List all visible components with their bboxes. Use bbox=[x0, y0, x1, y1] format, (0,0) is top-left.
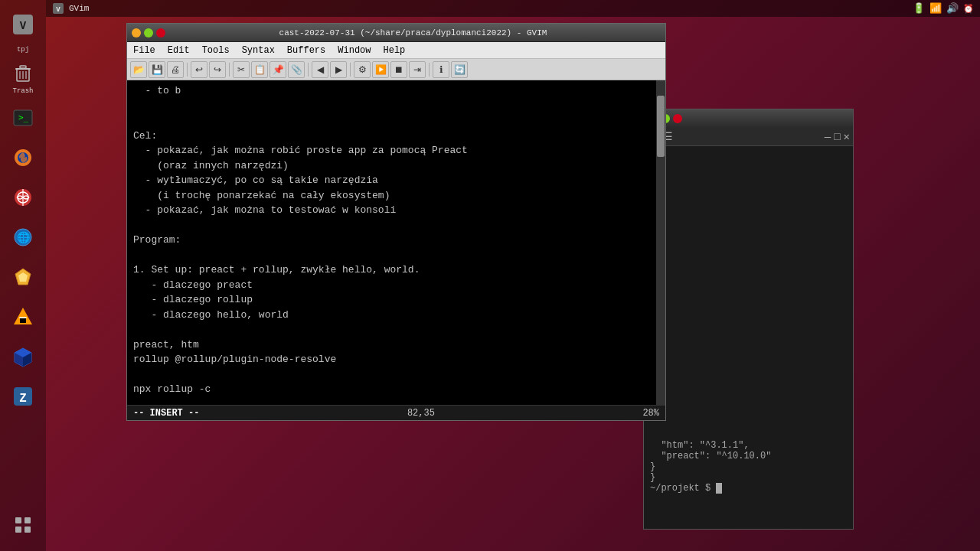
gvim-titlebar: cast-2022-07-31 (~/share/praca/dyplomanc… bbox=[127, 24, 665, 42]
terminal-resize-icon[interactable]: □ bbox=[834, 131, 840, 143]
toolbar-paste2[interactable]: 📎 bbox=[288, 61, 305, 78]
terminal-window: 🔍 ☰ — □ ✕ "htm": "^3.1.1", "preact": "^1… bbox=[643, 109, 854, 530]
close-button[interactable] bbox=[156, 28, 165, 37]
toolbar-stop[interactable]: ⏹ bbox=[390, 61, 407, 78]
terminal-content[interactable]: "htm": "^3.1.1", "preact": "^10.10.0" } … bbox=[644, 146, 853, 529]
gvim-small-icon: V bbox=[52, 2, 64, 15]
menu-buffers[interactable]: Buffers bbox=[284, 44, 328, 57]
gvim-window: cast-2022-07-31 (~/share/praca/dyplomanc… bbox=[126, 23, 666, 421]
gvim-content[interactable]: - to b Cel: - pokazać, jak można robić p… bbox=[127, 80, 665, 405]
taskbar-firefox[interactable] bbox=[5, 139, 41, 176]
minimize-button[interactable] bbox=[132, 28, 141, 37]
network-icon: 📶 bbox=[929, 2, 942, 15]
svg-text:>_: >_ bbox=[18, 112, 29, 122]
gvim-scrollbar[interactable] bbox=[656, 80, 665, 405]
toolbar-sep5 bbox=[429, 63, 430, 77]
terminal-minimize-icon[interactable]: — bbox=[825, 131, 831, 143]
toolbar-print[interactable]: 🖨 bbox=[167, 61, 184, 78]
top-bar-left: V GVim bbox=[52, 2, 89, 15]
taskbar-label-tpj: tpj bbox=[17, 46, 29, 54]
gvim-statusbar: -- INSERT -- 82,35 28% bbox=[127, 405, 665, 420]
toolbar-cut[interactable]: ✂ bbox=[233, 61, 250, 78]
svg-text:V: V bbox=[56, 6, 60, 14]
menu-window[interactable]: Window bbox=[335, 44, 374, 57]
terminal-titlebar bbox=[644, 109, 853, 128]
top-bar-right: 🔋 📶 🔊 ⏰ bbox=[913, 2, 974, 15]
trash-label: Trash bbox=[12, 87, 33, 95]
toolbar-redo[interactable]: ↪ bbox=[209, 61, 226, 78]
toolbar-sep4 bbox=[350, 63, 351, 77]
toolbar-copy[interactable]: 📋 bbox=[251, 61, 268, 78]
toolbar-undo[interactable]: ↩ bbox=[191, 61, 207, 78]
svg-text:Z: Z bbox=[19, 392, 27, 406]
gvim-menubar: File Edit Tools Syntax Buffers Window He… bbox=[127, 42, 665, 59]
menu-file[interactable]: File bbox=[130, 44, 158, 57]
toolbar-sep2 bbox=[229, 63, 230, 77]
toolbar-next[interactable]: ▶ bbox=[330, 61, 347, 78]
toolbar-info[interactable]: ℹ bbox=[433, 61, 449, 78]
taskbar-vlc[interactable] bbox=[5, 298, 41, 335]
gem-icon bbox=[11, 265, 35, 289]
svg-rect-32 bbox=[24, 527, 31, 533]
toolbar-sep1 bbox=[187, 63, 188, 77]
toolbar-gear[interactable]: ⚙ bbox=[354, 61, 371, 78]
taskbar-apps[interactable] bbox=[5, 507, 41, 543]
taskbar-trash[interactable]: Trash bbox=[5, 60, 41, 96]
gvim-text: - to b Cel: - pokazać, jak można robić p… bbox=[133, 83, 659, 405]
svg-text:V: V bbox=[20, 20, 27, 32]
taskbar: V tpj Trash >_ bbox=[0, 0, 46, 551]
status-position: 82,35 bbox=[407, 408, 435, 419]
toolbar-reload[interactable]: 🔄 bbox=[451, 61, 468, 78]
status-mode: -- INSERT -- bbox=[133, 408, 199, 419]
terminal-close-button[interactable] bbox=[673, 114, 682, 123]
trash-icon bbox=[11, 61, 35, 86]
svg-rect-31 bbox=[15, 527, 21, 533]
taskbar-cube[interactable] bbox=[5, 338, 41, 375]
toolbar-run[interactable]: ▶️ bbox=[372, 61, 389, 78]
gvim-scroll-thumb[interactable] bbox=[657, 96, 665, 157]
status-percent: 28% bbox=[642, 408, 659, 419]
terminal-text: "htm": "^3.1.1", "preact": "^10.10.0" } … bbox=[650, 149, 847, 494]
svg-rect-21 bbox=[20, 318, 26, 323]
gvim-icon: V bbox=[11, 12, 35, 37]
toolbar-open[interactable]: 📂 bbox=[130, 61, 147, 78]
vlc-icon bbox=[11, 305, 35, 329]
toolbar-paste[interactable]: 📌 bbox=[270, 61, 286, 78]
toolbar-right[interactable]: ⇥ bbox=[409, 61, 426, 78]
terminal-icon: >_ bbox=[11, 106, 35, 130]
firefox-icon bbox=[11, 145, 35, 170]
toolbar-save[interactable]: 💾 bbox=[149, 61, 165, 78]
svg-text:🌐: 🌐 bbox=[17, 231, 31, 244]
toolbar-sep3 bbox=[308, 63, 309, 77]
menu-help[interactable]: Help bbox=[381, 44, 409, 57]
apps-icon bbox=[11, 513, 35, 537]
taskbar-gvim[interactable]: V bbox=[5, 6, 41, 43]
zeal-icon: Z bbox=[11, 384, 35, 409]
svg-rect-4 bbox=[20, 66, 26, 68]
clock: ⏰ bbox=[963, 4, 974, 14]
taskbar-zeal[interactable]: Z bbox=[5, 378, 41, 415]
gvim-title: cast-2022-07-31 (~/share/praca/dyplomanc… bbox=[165, 28, 661, 37]
top-bar: V GVim 🔋 📶 🔊 ⏰ bbox=[46, 0, 980, 17]
svg-rect-22 bbox=[19, 317, 27, 318]
globe1-icon: 🌐 bbox=[11, 225, 35, 249]
cube-icon bbox=[11, 344, 35, 369]
volume-icon: 🔊 bbox=[946, 2, 959, 15]
taskbar-vpn[interactable] bbox=[5, 179, 41, 216]
terminal-close-x-icon[interactable]: ✕ bbox=[844, 130, 850, 143]
svg-rect-29 bbox=[15, 517, 21, 523]
taskbar-terminal[interactable]: >_ bbox=[5, 99, 41, 136]
battery-icon: 🔋 bbox=[913, 2, 925, 15]
menu-tools[interactable]: Tools bbox=[199, 44, 233, 57]
taskbar-gem[interactable] bbox=[5, 259, 41, 295]
menu-edit[interactable]: Edit bbox=[165, 44, 193, 57]
maximize-button[interactable] bbox=[144, 28, 153, 37]
taskbar-globe1[interactable]: 🌐 bbox=[5, 219, 41, 256]
top-bar-app-name: GVim bbox=[69, 4, 89, 13]
vpn-icon bbox=[11, 185, 35, 210]
gvim-toolbar: 📂 💾 🖨 ↩ ↪ ✂ 📋 📌 📎 ◀ ▶ ⚙ ▶️ ⏹ ⇥ ℹ 🔄 bbox=[127, 59, 665, 80]
toolbar-prev[interactable]: ◀ bbox=[312, 61, 328, 78]
gvim-window-buttons bbox=[132, 28, 165, 37]
svg-rect-30 bbox=[24, 517, 31, 523]
menu-syntax[interactable]: Syntax bbox=[239, 44, 278, 57]
